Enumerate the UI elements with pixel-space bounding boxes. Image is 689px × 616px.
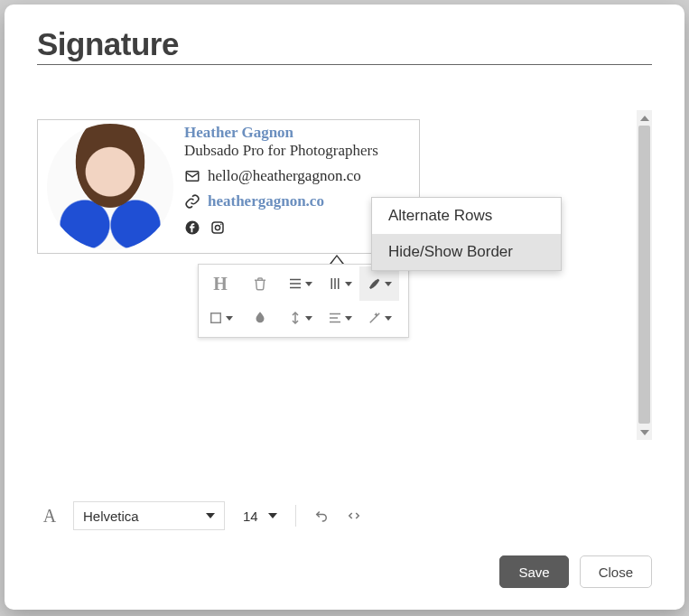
heading-button[interactable]: H [200, 266, 240, 301]
svg-rect-11 [211, 313, 221, 323]
undo-button[interactable] [309, 503, 334, 528]
avatar [47, 124, 173, 250]
font-size-select[interactable]: 14 [232, 501, 283, 530]
editor-bottom-toolbar: A Helvetica 14 [5, 492, 684, 537]
scroll-up-button[interactable] [637, 110, 652, 126]
toolbar-pointer [330, 255, 344, 264]
signature-name: Heather Gagnon [184, 124, 414, 142]
editor-area: Heather Gagnon Dubsado Pro for Photograp… [37, 119, 652, 492]
magic-button[interactable] [359, 301, 399, 335]
align-button[interactable] [280, 266, 320, 301]
signature-photo-cell[interactable] [38, 120, 182, 253]
menu-hide-show-border[interactable]: Hide/Show Border [372, 234, 561, 270]
mail-icon [184, 168, 200, 184]
tint-button[interactable] [240, 301, 280, 335]
scroll-down-button[interactable] [637, 425, 652, 440]
vertical-scrollbar[interactable] [637, 110, 652, 440]
chevron-down-icon [268, 513, 277, 518]
columns-button[interactable] [320, 266, 359, 301]
editor-canvas[interactable]: Heather Gagnon Dubsado Pro for Photograp… [37, 119, 652, 449]
signature-email-row: hello@heathergagnon.co [184, 167, 414, 185]
save-button[interactable]: Save [499, 555, 568, 588]
table-style-button[interactable] [359, 266, 399, 301]
link-icon [184, 193, 200, 210]
signature-modal: Signature Heather Gagnon Dubsado Pro for… [5, 5, 684, 610]
facebook-icon[interactable] [184, 219, 200, 236]
row-height-button[interactable] [280, 301, 320, 335]
border-style-button[interactable] [200, 301, 240, 335]
svg-point-3 [215, 225, 219, 229]
signature-subtitle: Dubsado Pro for Photographers [184, 142, 414, 160]
svg-point-4 [220, 224, 222, 226]
modal-footer: Save Close [5, 537, 684, 610]
close-button[interactable]: Close [580, 555, 652, 588]
instagram-icon[interactable] [209, 219, 226, 236]
signature-table[interactable]: Heather Gagnon Dubsado Pro for Photograp… [37, 119, 420, 254]
signature-website[interactable]: heathergagnon.co [208, 192, 324, 210]
code-view-button[interactable] [341, 503, 367, 528]
font-family-value: Helvetica [83, 509, 139, 524]
table-style-menu: Alternate Rows Hide/Show Border [371, 197, 562, 271]
delete-table-button[interactable] [240, 266, 280, 301]
font-family-select[interactable]: Helvetica [73, 501, 225, 530]
signature-email: hello@heathergagnon.co [208, 167, 361, 185]
font-size-value: 14 [243, 509, 258, 524]
cell-align-button[interactable] [320, 301, 359, 335]
table-toolbar: H [198, 264, 409, 338]
modal-title: Signature [37, 26, 652, 65]
menu-alternate-rows[interactable]: Alternate Rows [372, 198, 561, 234]
chevron-down-icon [206, 513, 215, 518]
text-color-button[interactable]: A [37, 503, 62, 528]
toolbar-divider [295, 505, 296, 527]
scroll-thumb[interactable] [638, 126, 650, 424]
modal-header: Signature [5, 5, 684, 69]
